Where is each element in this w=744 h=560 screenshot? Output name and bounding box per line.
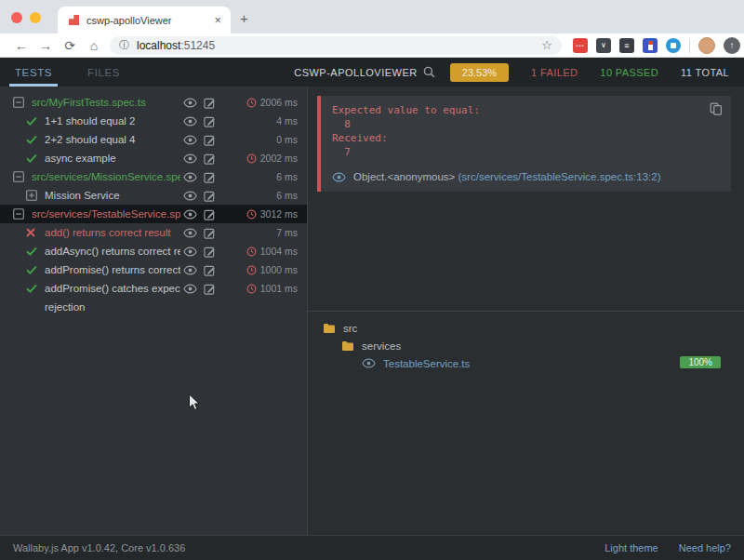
test-label: addPromise() returns correct result [45,264,180,275]
suite-row[interactable]: src/MyFirstTests.spec.ts 2006 ms [0,93,307,112]
coverage-100-badge: 100% [680,356,721,368]
eye-icon[interactable] [180,209,200,220]
edit-icon[interactable] [200,134,219,146]
collapse-icon[interactable] [13,97,26,108]
test-label: addPromise() catches expected [45,283,180,294]
test-tree-panel: src/MyFirstTests.spec.ts 2006 ms 1+1 sho… [0,87,307,535]
need-help-link[interactable]: Need help? [679,542,731,553]
file-link[interactable]: TestableService.ts [383,358,470,369]
edit-icon[interactable] [200,246,219,258]
extension-red-icon[interactable]: ••• [573,38,588,53]
collapse-icon[interactable] [13,171,26,182]
extension-stack-icon[interactable]: ≡ [619,38,634,53]
test-row[interactable]: addPromise() returns correct result 1000… [0,260,307,279]
folder-icon [341,340,354,351]
test-label: 1+1 should equal 2 [45,115,180,127]
edit-icon[interactable] [200,190,219,202]
close-window-button[interactable] [11,12,22,23]
forward-icon[interactable]: → [33,38,58,53]
page-info-icon[interactable]: ⓘ [119,38,129,52]
folder-row[interactable]: src [315,319,744,337]
test-label: 2+2 should equal 4 [45,134,180,145]
search-icon[interactable] [423,66,435,78]
eye-icon[interactable] [362,358,376,368]
bookmark-star-icon[interactable]: ☆ [541,38,552,52]
error-panel: Expected value to equal: 8 Received: 7 O… [317,96,731,192]
url-host: localhost [137,39,180,52]
test-row[interactable]: async example 2002 ms [0,149,307,167]
edit-icon[interactable] [200,153,219,165]
eye-icon[interactable] [180,228,200,238]
eye-icon[interactable] [180,265,200,275]
test-time: 2006 ms [260,97,298,108]
slow-clock-icon [246,265,257,275]
edit-icon[interactable] [200,264,219,276]
expand-icon[interactable] [26,190,39,201]
address-bar[interactable]: ⓘ localhost :51245 ☆ [110,36,562,55]
edit-icon[interactable] [200,283,219,295]
project-name: CSWP-APOLLOVIEWER [294,67,418,78]
test-label-wrap: rejection [0,298,307,316]
window-controls [11,12,60,23]
eye-icon[interactable] [180,247,200,257]
eye-icon[interactable] [180,191,200,201]
copy-icon[interactable] [710,102,723,115]
total-count: 11 TOTAL [681,67,729,78]
eye-icon[interactable] [180,116,200,127]
browser-tab[interactable]: cswp-apolloViewer × [58,7,231,33]
eye-icon[interactable] [180,98,200,108]
describe-row[interactable]: Mission Service 6 ms [0,186,307,205]
stack-trace-row[interactable]: Object.<anonymous> (src/services/Testabl… [332,171,722,182]
new-tab-button[interactable]: + [240,10,248,26]
pass-icon [26,135,39,144]
test-row-failed[interactable]: add() returns correct result 7 ms [0,223,307,242]
test-row[interactable]: addAsync() returns correct result 1004 m… [0,242,307,260]
profile-avatar[interactable] [698,37,715,54]
suite-label: src/services/TestableService.spec.ts [32,208,180,220]
test-label: addAsync() returns correct result [45,246,180,257]
eye-icon[interactable] [180,284,200,294]
test-time: 7 ms [276,227,298,238]
status-bar: Wallaby.js App v1.0.42, Core v1.0.636 Li… [0,535,744,560]
minimize-window-button[interactable] [30,12,41,23]
tab-favicon-icon [69,15,79,25]
slow-clock-icon [246,284,257,294]
browser-menu-icon[interactable]: ↑ [724,37,740,54]
slow-clock-icon [246,209,257,220]
light-theme-link[interactable]: Light theme [604,542,658,553]
eye-icon[interactable] [332,172,346,182]
edit-icon[interactable] [200,97,219,109]
tab-tests[interactable]: TESTS [15,58,52,87]
edit-icon[interactable] [200,227,219,239]
stack-file-link[interactable]: (src/services/TestableService.spec.ts:13… [458,171,661,182]
slow-clock-icon [246,153,257,164]
extension-circle-icon[interactable] [666,38,681,53]
eye-icon[interactable] [180,172,200,182]
describe-label: Mission Service [45,190,180,201]
extension-pocket-icon[interactable]: ∨ [596,38,611,53]
test-row[interactable]: 1+1 should equal 2 4 ms [0,112,307,130]
tab-close-icon[interactable]: × [212,13,223,27]
version-text: Wallaby.js App v1.0.42, Core v1.0.636 [13,542,185,553]
collapse-icon[interactable] [13,208,26,220]
extension-flag-icon[interactable] [643,38,658,53]
test-row[interactable]: 2+2 should equal 4 0 ms [0,130,307,149]
app-window: cswp-apolloViewer × + ← → ⟳ ⌂ ⓘ localhos… [0,0,744,560]
file-row[interactable]: TestableService.ts 100% [315,354,744,372]
suite-row[interactable]: src/services/MissionService.spec.ts 6 ms [0,167,307,186]
folder-row[interactable]: services [315,337,744,354]
edit-icon[interactable] [200,115,219,127]
reload-icon[interactable]: ⟳ [58,38,82,53]
test-row[interactable]: addPromise() catches expected 1001 ms [0,279,307,298]
eye-icon[interactable] [180,135,200,145]
edit-icon[interactable] [200,171,219,183]
home-icon[interactable]: ⌂ [82,38,106,53]
suite-row-selected[interactable]: src/services/TestableService.spec.ts 301… [0,205,307,223]
section-divider [308,311,744,312]
back-icon[interactable]: ← [9,38,33,53]
tab-files[interactable]: FILES [87,58,120,87]
test-time: 4 ms [276,115,298,127]
test-time: 6 ms [276,171,298,182]
eye-icon[interactable] [180,153,200,164]
edit-icon[interactable] [200,208,219,220]
